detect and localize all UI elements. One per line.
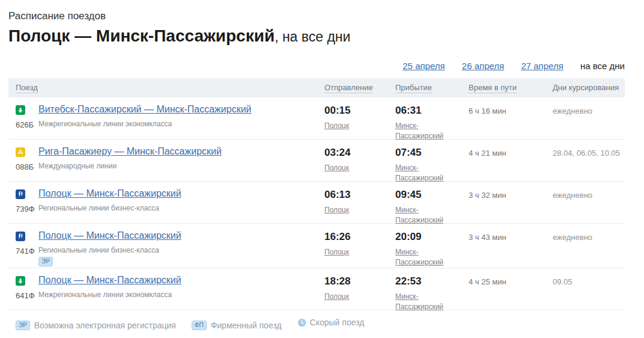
running-days: 09.05 xyxy=(553,277,573,286)
column-header-days: Дни курсирования xyxy=(553,83,619,92)
arrival-time: 20:09 xyxy=(395,231,451,243)
train-category: Межрегиональные линии экономкласса xyxy=(38,290,172,299)
branded-train-badge: ФП xyxy=(192,321,207,330)
train-category: Региональные линии бизнес-класса xyxy=(38,204,159,212)
departure-time: 18:28 xyxy=(324,275,350,287)
e-registration-badge: ЭР xyxy=(38,257,53,266)
arrival-station-link[interactable]: Минск-Пассажирский xyxy=(395,205,451,226)
column-header-train: Поезд xyxy=(16,83,38,92)
train-number: 626Б xyxy=(16,120,34,129)
departure-time: 16:26 xyxy=(324,231,350,243)
departure-station-link[interactable]: Полоцк xyxy=(324,121,349,131)
table-row: 088Б Рига-Пасажиеру — Минск-Пассажирский… xyxy=(8,140,625,182)
e-registration-badge: ЭР xyxy=(16,321,30,330)
date-link-3[interactable]: 27 апреля xyxy=(521,61,563,71)
arrival-station-link[interactable]: Минск-Пассажирский xyxy=(395,247,451,268)
departure-station-link[interactable]: Полоцк xyxy=(324,292,349,302)
clock-icon xyxy=(297,318,306,327)
table-row: 626Б Витебск-Пассажирский — Минск-Пассаж… xyxy=(8,97,625,140)
running-days: ежедневно xyxy=(553,233,592,242)
train-category: Региональные линии бизнес-класса xyxy=(38,246,159,254)
legend-item-e-registration: ЭРВозможна электронная регистрация xyxy=(16,321,176,330)
trip-duration: 4 ч 21 мин xyxy=(469,149,506,158)
date-link-2[interactable]: 26 апреля xyxy=(462,61,504,71)
table-row: 641Ф Полоцк — Минск-Пассажирский Межреги… xyxy=(8,268,625,310)
date-nav: 25 апреля 26 апреля 27 апреля на все дни xyxy=(388,61,625,71)
arrival-time: 07:45 xyxy=(395,147,451,159)
train-route-link[interactable]: Рига-Пасажиеру — Минск-Пассажирский xyxy=(38,146,222,156)
train-schedule-page: Расписание поездов Полоцк — Минск-Пассаж… xyxy=(0,0,644,338)
departure-time: 00:15 xyxy=(324,105,350,117)
departure-time: 06:13 xyxy=(324,189,350,201)
running-days: ежедневно xyxy=(553,106,592,115)
arrival-time: 06:31 xyxy=(395,105,451,117)
trip-duration: 4 ч 25 мин xyxy=(469,277,506,286)
column-header-departure: Отправление xyxy=(324,83,373,92)
train-number: 739Ф xyxy=(16,204,35,214)
table-row: 739Ф Полоцк — Минск-Пассажирский Региона… xyxy=(8,182,625,224)
arrival-station-link[interactable]: Минск-Пассажирский xyxy=(395,292,451,312)
column-header-duration: Время в пути xyxy=(469,83,517,92)
departure-station-link[interactable]: Полоцк xyxy=(324,205,349,215)
arrival-time: 09:45 xyxy=(395,189,451,201)
running-days: ежедневно xyxy=(553,191,592,200)
page-title: Полоцк — Минск-Пассажирский, на все дни xyxy=(8,26,350,46)
legend-label: Фирменный поезд xyxy=(211,321,282,330)
schedule-table: Поезд Отправление Прибытие Время в пути … xyxy=(8,78,625,310)
date-link-1[interactable]: 25 апреля xyxy=(402,61,445,71)
train-number: 741Ф xyxy=(16,247,35,256)
belarus-railways-green-icon xyxy=(16,276,25,286)
regional-business-blue-icon xyxy=(16,232,25,241)
belarus-railways-green-icon xyxy=(16,105,25,115)
train-category: Межрегиональные линии экономкласса xyxy=(38,120,172,128)
train-number: 088Б xyxy=(16,162,34,171)
train-route-link[interactable]: Полоцк — Минск-Пассажирский xyxy=(38,275,181,285)
table-row: 741Ф Полоцк — Минск-Пассажирский Региона… xyxy=(8,224,625,268)
arrival-station-link[interactable]: Минск-Пассажирский xyxy=(395,121,451,141)
table-header-row: Поезд Отправление Прибытие Время в пути … xyxy=(8,78,625,97)
train-route-link[interactable]: Витебск-Пассажирский — Минск-Пассажирски… xyxy=(38,104,252,114)
legend: ЭРВозможна электронная регистрация ФПФир… xyxy=(16,318,377,330)
regional-business-blue-icon xyxy=(16,189,25,199)
latvian-railways-yellow-icon xyxy=(16,147,25,157)
running-days: 28.04, 06.05, 10.05 xyxy=(553,149,620,158)
trip-duration: 3 ч 43 мин xyxy=(469,233,506,242)
column-header-arrival: Прибытие xyxy=(395,83,432,92)
train-number: 641Ф xyxy=(16,291,35,300)
route-title-suffix: , на все дни xyxy=(275,29,350,45)
departure-station-link[interactable]: Полоцк xyxy=(324,247,349,257)
arrival-time: 22:53 xyxy=(395,275,451,287)
legend-item-branded-train: ФПФирменный поезд xyxy=(192,321,282,330)
departure-station-link[interactable]: Полоцк xyxy=(324,163,349,173)
legend-label: Возможна электронная регистрация xyxy=(34,321,176,330)
route-title: Полоцк — Минск-Пассажирский xyxy=(8,26,275,45)
legend-label: Скорый поезд xyxy=(310,318,365,327)
departure-time: 03:24 xyxy=(324,147,350,159)
date-all-days-current: на все дни xyxy=(580,61,625,71)
train-route-link[interactable]: Полоцк — Минск-Пассажирский xyxy=(38,230,181,241)
arrival-station-link[interactable]: Минск-Пассажирский xyxy=(395,163,451,183)
train-route-link[interactable]: Полоцк — Минск-Пассажирский xyxy=(38,188,181,198)
legend-item-express-train: Скорый поезд xyxy=(297,318,365,327)
trip-duration: 6 ч 16 мин xyxy=(469,106,506,115)
trip-duration: 3 ч 32 мин xyxy=(469,191,506,200)
train-category: Международные линии xyxy=(38,162,117,170)
page-supertitle: Расписание поездов xyxy=(8,10,106,22)
